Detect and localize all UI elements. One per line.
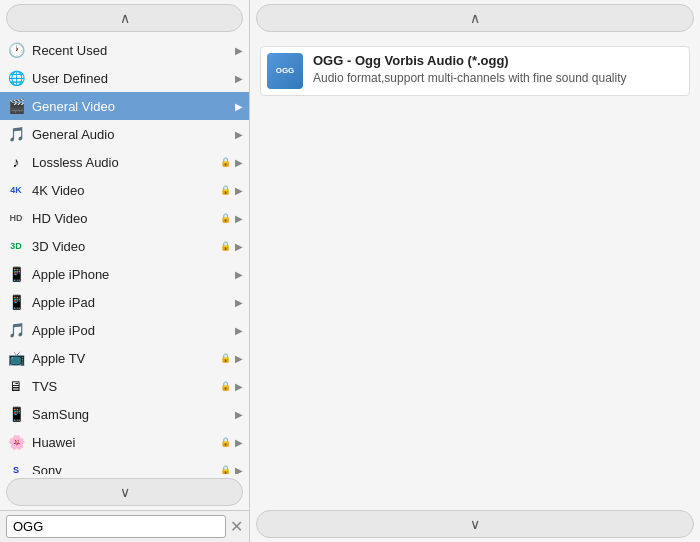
menu-item-samsung[interactable]: 📱SamSung▶: [0, 400, 249, 428]
menu-list: 🕐Recent Used▶🌐User Defined▶🎬General Vide…: [0, 36, 249, 474]
apple-ipod-label: Apple iPod: [32, 323, 231, 338]
right-scroll-up-icon: [470, 10, 480, 26]
sony-lock-icon: 🔒: [220, 465, 231, 474]
hd-video-arrow-icon: ▶: [231, 213, 243, 224]
general-audio-label: General Audio: [32, 127, 231, 142]
apple-tv-lock-icon: 🔒: [220, 353, 231, 363]
huawei-icon: 🌸: [6, 432, 26, 452]
menu-item-tvs[interactable]: 🖥TVS🔒▶: [0, 372, 249, 400]
apple-ipod-arrow-icon: ▶: [231, 325, 243, 336]
3d-video-arrow-icon: ▶: [231, 241, 243, 252]
huawei-label: Huawei: [32, 435, 218, 450]
menu-item-4k-video[interactable]: 4K4K Video🔒▶: [0, 176, 249, 204]
menu-item-hd-video[interactable]: HDHD Video🔒▶: [0, 204, 249, 232]
scroll-down-button[interactable]: [6, 478, 243, 506]
right-scroll-down-button[interactable]: [256, 510, 694, 538]
lossless-audio-icon: ♪: [6, 152, 26, 172]
scroll-up-icon: [120, 10, 130, 26]
apple-ipad-icon: 📱: [6, 292, 26, 312]
apple-tv-icon: 📺: [6, 348, 26, 368]
menu-item-user-defined[interactable]: 🌐User Defined▶: [0, 64, 249, 92]
general-audio-icon: 🎵: [6, 124, 26, 144]
general-video-arrow-icon: ▶: [231, 101, 243, 112]
sony-icon: S: [6, 460, 26, 474]
menu-item-3d-video[interactable]: 3D3D Video🔒▶: [0, 232, 249, 260]
user-defined-arrow-icon: ▶: [231, 73, 243, 84]
recent-used-icon: 🕐: [6, 40, 26, 60]
lossless-audio-arrow-icon: ▶: [231, 157, 243, 168]
menu-item-general-video[interactable]: 🎬General Video▶: [0, 92, 249, 120]
scroll-up-button[interactable]: [6, 4, 243, 32]
ogg-format-icon: OGG: [267, 53, 303, 89]
menu-item-apple-ipod[interactable]: 🎵Apple iPod▶: [0, 316, 249, 344]
apple-ipad-arrow-icon: ▶: [231, 297, 243, 308]
apple-ipad-label: Apple iPad: [32, 295, 231, 310]
tvs-arrow-icon: ▶: [231, 381, 243, 392]
search-input[interactable]: [6, 515, 226, 538]
apple-tv-arrow-icon: ▶: [231, 353, 243, 364]
apple-iphone-icon: 📱: [6, 264, 26, 284]
menu-item-sony[interactable]: SSony🔒▶: [0, 456, 249, 474]
3d-video-label: 3D Video: [32, 239, 218, 254]
huawei-lock-icon: 🔒: [220, 437, 231, 447]
sony-label: Sony: [32, 463, 218, 475]
4k-video-label: 4K Video: [32, 183, 218, 198]
right-panel: OGGOGG - Ogg Vorbis Audio (*.ogg)Audio f…: [250, 0, 700, 542]
ogg-format-title: OGG - Ogg Vorbis Audio (*.ogg): [313, 53, 683, 68]
apple-ipod-icon: 🎵: [6, 320, 26, 340]
right-scroll-up-button[interactable]: [256, 4, 694, 32]
general-audio-arrow-icon: ▶: [231, 129, 243, 140]
main-container: 🕐Recent Used▶🌐User Defined▶🎬General Vide…: [0, 0, 700, 542]
general-video-label: General Video: [32, 99, 231, 114]
recent-used-label: Recent Used: [32, 43, 231, 58]
ogg-format-info: OGG - Ogg Vorbis Audio (*.ogg)Audio form…: [313, 53, 683, 85]
general-video-icon: 🎬: [6, 96, 26, 116]
ogg-format-desc: Audio format,support multi-channels with…: [313, 71, 683, 85]
menu-item-apple-tv[interactable]: 📺Apple TV🔒▶: [0, 344, 249, 372]
4k-video-arrow-icon: ▶: [231, 185, 243, 196]
menu-item-apple-iphone[interactable]: 📱Apple iPhone▶: [0, 260, 249, 288]
menu-item-apple-ipad[interactable]: 📱Apple iPad▶: [0, 288, 249, 316]
menu-item-lossless-audio[interactable]: ♪Lossless Audio🔒▶: [0, 148, 249, 176]
4k-video-lock-icon: 🔒: [220, 185, 231, 195]
search-clear-button[interactable]: ✕: [230, 519, 243, 535]
3d-video-lock-icon: 🔒: [220, 241, 231, 251]
apple-iphone-label: Apple iPhone: [32, 267, 231, 282]
left-panel: 🕐Recent Used▶🌐User Defined▶🎬General Vide…: [0, 0, 250, 542]
huawei-arrow-icon: ▶: [231, 437, 243, 448]
lossless-audio-lock-icon: 🔒: [220, 157, 231, 167]
right-content: OGGOGG - Ogg Vorbis Audio (*.ogg)Audio f…: [250, 36, 700, 506]
menu-item-recent-used[interactable]: 🕐Recent Used▶: [0, 36, 249, 64]
apple-iphone-arrow-icon: ▶: [231, 269, 243, 280]
hd-video-lock-icon: 🔒: [220, 213, 231, 223]
search-bar: ✕: [0, 510, 249, 542]
samsung-icon: 📱: [6, 404, 26, 424]
user-defined-icon: 🌐: [6, 68, 26, 88]
scroll-down-icon: [120, 484, 130, 500]
sony-arrow-icon: ▶: [231, 465, 243, 475]
hd-video-icon: HD: [6, 208, 26, 228]
right-scroll-down-icon: [470, 516, 480, 532]
menu-item-general-audio[interactable]: 🎵General Audio▶: [0, 120, 249, 148]
3d-video-icon: 3D: [6, 236, 26, 256]
format-item-ogg[interactable]: OGGOGG - Ogg Vorbis Audio (*.ogg)Audio f…: [260, 46, 690, 96]
hd-video-label: HD Video: [32, 211, 218, 226]
4k-video-icon: 4K: [6, 180, 26, 200]
tvs-icon: 🖥: [6, 376, 26, 396]
samsung-arrow-icon: ▶: [231, 409, 243, 420]
user-defined-label: User Defined: [32, 71, 231, 86]
lossless-audio-label: Lossless Audio: [32, 155, 218, 170]
menu-item-huawei[interactable]: 🌸Huawei🔒▶: [0, 428, 249, 456]
samsung-label: SamSung: [32, 407, 231, 422]
tvs-lock-icon: 🔒: [220, 381, 231, 391]
apple-tv-label: Apple TV: [32, 351, 218, 366]
tvs-label: TVS: [32, 379, 218, 394]
recent-used-arrow-icon: ▶: [231, 45, 243, 56]
